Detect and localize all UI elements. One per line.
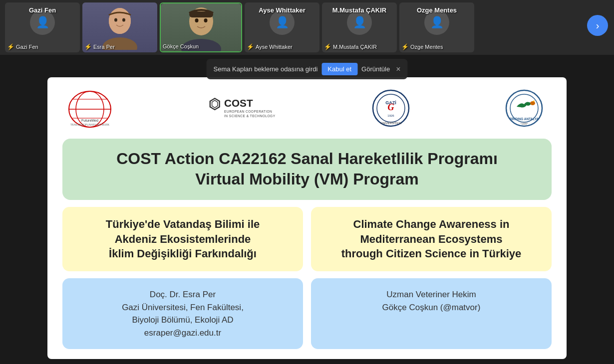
mic-muted-icon-ozge: ⚡ (401, 43, 409, 50)
svg-text:BİRDING ANTALYA: BİRDING ANTALYA (510, 117, 539, 121)
left-subject-card: Türkiye'de Vatandaş Bilimi ileAkdeniz Ek… (62, 207, 303, 271)
participant-name-bottom-ayse: ⚡ Ayse Whittaker (247, 43, 293, 50)
participant-name-bottom-ozge: ⚡ Ozge Mentes (401, 43, 443, 50)
participant-name-bottom-esra: ⚡ Esra Per (84, 43, 115, 50)
participant-mustafa[interactable]: 👤 M.Mustafa ÇAKIR ⚡ M.Mustafa ÇAKIR (322, 2, 397, 52)
info-cards-row: Doç. Dr. Esra Per Gazi Üniversitesi, Fen… (62, 278, 552, 349)
svg-text:ÜNİVERSİTESİ: ÜNİVERSİTESİ (380, 122, 401, 125)
participant-gazi-fen[interactable]: 👤 Gazi Fen ⚡ Gazi Fen (5, 2, 80, 52)
close-notification-button[interactable]: × (396, 65, 400, 74)
participant-name-top-ozge: Ozge Mentes (417, 6, 457, 14)
svg-text:IN SCIENCE & TECHNOLOGY: IN SCIENCE & TECHNOLOGY (224, 114, 276, 118)
gazi-university-logo: GAZİ G 1926 ÜNİVERSİTESİ (368, 89, 413, 129)
participant-bar: 👤 Gazi Fen ⚡ Gazi Fen ⚡ (0, 0, 614, 55)
participant-name-bottom-mustafa: ⚡ M.Mustafa ÇAKIR (324, 43, 377, 50)
participant-name-top-mustafa: M.Mustafa ÇAKIR (332, 6, 386, 14)
title-box: COST Action CA22162 Sanal Hareketlilik P… (62, 139, 552, 200)
left-info-text: Doç. Dr. Esra Per Gazi Üniversitesi, Fen… (74, 288, 291, 339)
svg-point-30 (530, 101, 535, 105)
svg-text:TRANSDISCIPLINARY NETWORK: TRANSDISCIPLINARY NETWORK (70, 123, 110, 126)
participant-name-bottom-gazi: ⚡ Gazi Fen (7, 43, 38, 50)
participant-name-top-ayse: Ayse Whittaker (259, 6, 305, 14)
subject-cards-row: Türkiye'de Vatandaş Bilimi ileAkdeniz Ek… (62, 207, 552, 271)
svg-text:EUROPEAN COOPERATION: EUROPEAN COOPERATION (224, 110, 272, 113)
futuremed-logo: FutureMed TRANSDISCIPLINARY NETWORK (67, 89, 112, 129)
participant-ayse[interactable]: 👤 Ayse Whittaker ⚡ Ayse Whittaker (245, 2, 319, 52)
notification-bar: Sema Kaplan bekleme odasına girdi Kabul … (207, 59, 408, 79)
svg-point-8 (204, 18, 207, 22)
svg-text:FutureMed: FutureMed (81, 119, 98, 122)
mic-muted-icon: ⚡ (7, 43, 14, 50)
participant-gokce-coskun[interactable]: Gökçe Coşkun (160, 2, 242, 52)
left-subject-title: Türkiye'de Vatandaş Bilimi ileAkdeniz Ek… (74, 217, 291, 261)
svg-rect-9 (189, 11, 213, 17)
svg-text:1926: 1926 (388, 114, 395, 117)
svg-text:*1995*: *1995* (520, 122, 528, 125)
svg-text:COST: COST (224, 98, 253, 109)
mic-muted-icon-mustafa: ⚡ (324, 43, 331, 50)
svg-point-3 (114, 18, 117, 22)
mic-muted-icon-ayse: ⚡ (247, 43, 254, 50)
view-button[interactable]: Görüntüle (361, 65, 390, 73)
participant-name-bottom-gokce: Gökçe Coşkun (163, 43, 199, 49)
left-info-card: Doç. Dr. Esra Per Gazi Üniversitesi, Fen… (62, 278, 303, 349)
right-info-card: Uzman Veteriner Hekim Gökçe Coşkun (@mat… (311, 278, 552, 349)
logos-row: FutureMed TRANSDISCIPLINARY NETWORK COST… (62, 87, 552, 132)
main-content: FutureMed TRANSDISCIPLINARY NETWORK COST… (47, 77, 567, 359)
accept-button[interactable]: Kabul et (321, 63, 357, 75)
birding-antalya-logo: BİRDING ANTALYA *1995* (502, 89, 547, 129)
participant-name-top-gazi: Gazi Fen (29, 6, 56, 14)
svg-marker-18 (212, 100, 217, 108)
participant-esra-per[interactable]: ⚡ Esra Per (82, 2, 157, 52)
participant-ozge[interactable]: 👤 Ozge Mentes ⚡ Ozge Mentes (399, 2, 474, 52)
notification-message: Sema Kaplan bekleme odasına girdi (214, 65, 318, 73)
right-subject-card: Climate Change Awareness inMediterranean… (311, 207, 552, 271)
main-title: COST Action CA22162 Sanal Hareketlilik P… (77, 149, 537, 190)
svg-point-7 (195, 18, 198, 22)
svg-point-4 (122, 18, 125, 22)
svg-point-28 (506, 90, 542, 126)
right-subject-title: Climate Change Awareness inMediterranean… (323, 217, 540, 261)
cost-logo: COST EUROPEAN COOPERATION IN SCIENCE & T… (201, 92, 281, 127)
right-info-text: Uzman Veteriner Hekim Gökçe Coşkun (@mat… (323, 288, 540, 314)
nav-next-button[interactable]: › (587, 15, 608, 36)
chevron-right-icon: › (596, 20, 600, 31)
mic-muted-icon-esra: ⚡ (84, 43, 92, 50)
svg-text:G: G (388, 102, 394, 112)
